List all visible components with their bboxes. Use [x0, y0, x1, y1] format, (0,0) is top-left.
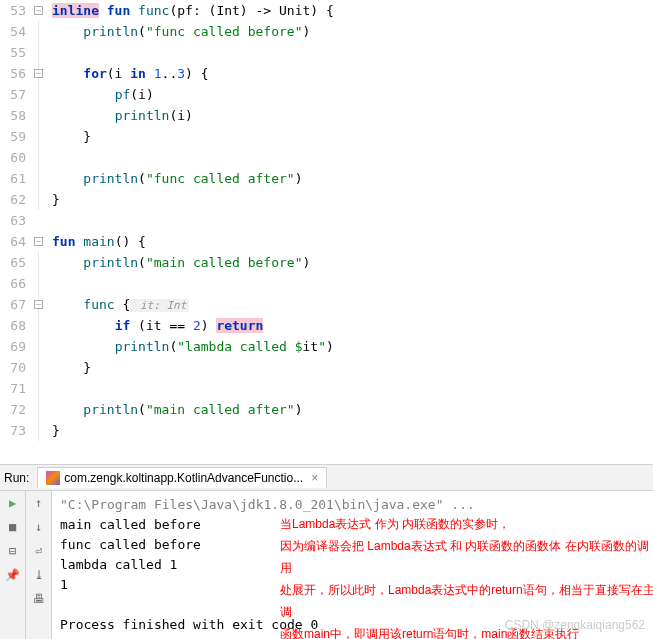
run-panel: Run: com.zengk.koltinapp.KotlinAdvanceFu… — [0, 464, 653, 639]
kotlin-icon — [46, 471, 60, 485]
code-line[interactable]: pf(i) — [52, 84, 653, 105]
scroll-icon[interactable]: ⤓ — [31, 567, 47, 583]
line-number: 69 — [0, 336, 34, 357]
code-line[interactable]: println("main called after") — [52, 399, 653, 420]
inlay-hint: it: Int — [130, 299, 189, 312]
code-line[interactable] — [52, 273, 653, 294]
code-line[interactable]: println(i) — [52, 105, 653, 126]
run-header: Run: com.zengk.koltinapp.KotlinAdvanceFu… — [0, 465, 653, 491]
code-line[interactable]: for(i in 1..3) { — [52, 63, 653, 84]
line-number: 68 — [0, 315, 34, 336]
code-line[interactable]: func { it: Int — [52, 294, 653, 315]
code-line[interactable]: println("func called after") — [52, 168, 653, 189]
code-line[interactable]: println("lambda called $it") — [52, 336, 653, 357]
line-number: 57 — [0, 84, 34, 105]
line-number: 55 — [0, 42, 34, 63]
line-number: 58 — [0, 105, 34, 126]
code-line[interactable]: } — [52, 126, 653, 147]
close-icon[interactable]: × — [311, 471, 318, 485]
line-number: 62 — [0, 189, 34, 210]
line-number: 64 — [0, 231, 34, 252]
line-number: 65 — [0, 252, 34, 273]
code-line[interactable]: inline fun func(pf: (Int) -> Unit) { — [52, 0, 653, 21]
line-number: 60 — [0, 147, 34, 168]
fold-icon[interactable]: − — [34, 237, 43, 246]
run-label: Run: — [4, 471, 29, 485]
watermark: CSDN @zengkaiqiang562 — [505, 615, 645, 635]
stop-icon[interactable]: ■ — [5, 519, 21, 535]
down-icon[interactable]: ↓ — [31, 519, 47, 535]
console-command: "C:\Program Files\Java\jdk1.8.0_201\bin\… — [60, 495, 645, 515]
code-line[interactable]: fun main() { — [52, 231, 653, 252]
run-toolbar-right: ↑ ↓ ⏎ ⤓ 🖶 — [26, 491, 52, 639]
line-number: 66 — [0, 273, 34, 294]
run-tab[interactable]: com.zengk.koltinapp.KotlinAdvanceFunctio… — [37, 467, 327, 488]
code-line[interactable] — [52, 147, 653, 168]
code-line[interactable]: if (it == 2) return — [52, 315, 653, 336]
line-number: 53 — [0, 0, 34, 21]
fold-icon[interactable]: − — [34, 6, 43, 15]
code-line[interactable]: println("func called before") — [52, 21, 653, 42]
print-icon[interactable]: 🖶 — [31, 591, 47, 607]
line-number: 54 — [0, 21, 34, 42]
fold-icon[interactable]: − — [34, 69, 43, 78]
code-line[interactable] — [52, 378, 653, 399]
wrap-icon[interactable]: ⏎ — [31, 543, 47, 559]
line-number: 56 — [0, 63, 34, 84]
rerun-icon[interactable]: ▶ — [5, 495, 21, 511]
line-number: 59 — [0, 126, 34, 147]
pin-icon[interactable]: 📌 — [5, 567, 21, 583]
line-number: 72 — [0, 399, 34, 420]
code-line[interactable]: } — [52, 189, 653, 210]
layout-icon[interactable]: ⊟ — [5, 543, 21, 559]
run-toolbar-left: ▶ ■ ⊟ 📌 — [0, 491, 26, 639]
up-icon[interactable]: ↑ — [31, 495, 47, 511]
line-number: 67 — [0, 294, 34, 315]
code-line[interactable] — [52, 42, 653, 63]
line-number: 70 — [0, 357, 34, 378]
code-line[interactable]: } — [52, 420, 653, 441]
code-editor[interactable]: 53−inline fun func(pf: (Int) -> Unit) { … — [0, 0, 653, 464]
fold-icon[interactable]: − — [34, 300, 43, 309]
line-number: 63 — [0, 210, 34, 231]
line-number: 71 — [0, 378, 34, 399]
console-output[interactable]: "C:\Program Files\Java\jdk1.8.0_201\bin\… — [52, 491, 653, 639]
code-line[interactable] — [52, 210, 653, 231]
line-number: 61 — [0, 168, 34, 189]
code-line[interactable]: println("main called before") — [52, 252, 653, 273]
line-number: 73 — [0, 420, 34, 441]
code-line[interactable]: } — [52, 357, 653, 378]
